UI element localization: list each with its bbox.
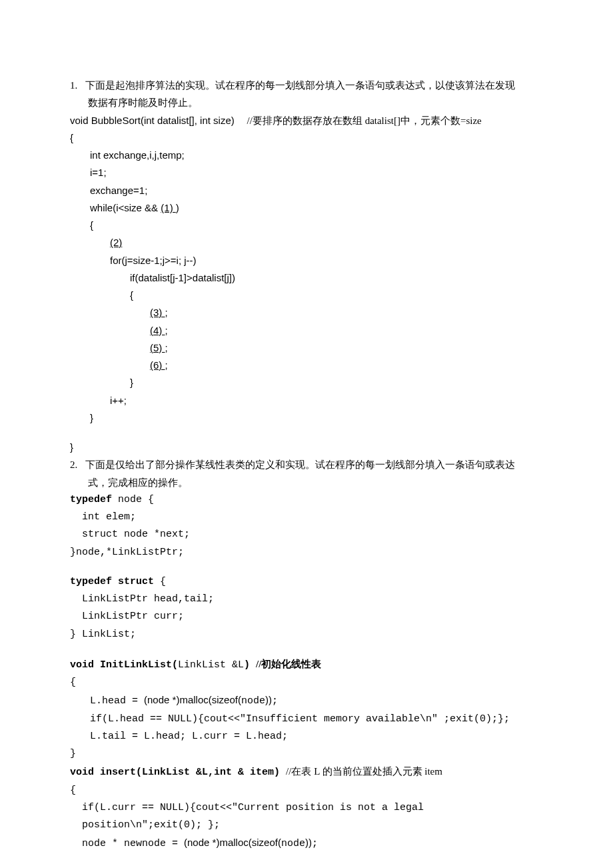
q2-init-l1a: L.head = xyxy=(90,695,144,707)
q2-init-l1e: ; xyxy=(272,695,278,707)
q2-ins-sig: void insert(LinkList &L,int & item) xyxy=(70,767,280,778)
q1-if-brace-close: } xyxy=(70,374,546,391)
q2-init-sig-c: ) xyxy=(244,659,250,671)
q2-ins-l1: if(L.curr == NULL){cout<<"Current positi… xyxy=(70,799,546,835)
q2-ins-l2b: (node *)malloc(sizeof( xyxy=(184,837,281,848)
q1-assign-i: i=1; xyxy=(70,164,546,181)
spacer xyxy=(70,643,546,655)
q2-init-open: { xyxy=(70,674,546,691)
q1-if: if(datalist[j-1]>datalist[j]) xyxy=(70,269,546,287)
q1-semi-6: ; xyxy=(165,359,168,371)
q2-ins-l2c: node xyxy=(281,838,305,849)
q1-semi-5: ; xyxy=(165,342,168,353)
q1-semi-4: ; xyxy=(165,325,168,336)
spacer xyxy=(70,427,546,439)
q2-typedef2-headtail: LinkListPtr head,tail; xyxy=(70,591,546,608)
q1-brace-close: } xyxy=(70,439,546,456)
q2-typedef2-tail: { xyxy=(154,576,166,587)
q1-while-brace-close: } xyxy=(70,409,546,427)
q1-number: 1. xyxy=(70,77,85,94)
q1-blank-3: (3) xyxy=(150,307,165,318)
q1-assign-exchange: exchange=1; xyxy=(70,182,546,199)
q1-decl: int exchange,i,j,temp; xyxy=(70,147,546,164)
q2-init-l2: if(L.head == NULL){cout<<"Insufficient m… xyxy=(70,711,546,728)
q1-func-comment: //要排序的数据存放在数组 datalist[]中，元素个数=size xyxy=(247,115,482,126)
q2-text-line2: 式，完成相应的操作。 xyxy=(70,474,546,491)
q1-while-pre: while(i<size && xyxy=(90,202,161,213)
q2-typedef1-close: }node,*LinkListPtr; xyxy=(70,544,546,561)
q2-typedef1-kw: typedef xyxy=(70,494,112,505)
q1-text-line1: 下面是起泡排序算法的实现。试在程序的每一划线部分填入一条语句或表达式，以使该算法… xyxy=(85,80,515,91)
q2-init-sig-a: void InitLinkList( xyxy=(70,659,178,671)
q1-blank-1: (1) xyxy=(161,202,176,213)
q2-typedef2-kw: typedef struct xyxy=(70,576,154,587)
q1-text-line2: 数据有序时能及时停止。 xyxy=(70,94,546,111)
q1-while-post: ) xyxy=(176,202,179,213)
q1-blank-4: (4) xyxy=(150,325,165,336)
spacer xyxy=(70,561,546,573)
q1-brace-open: { xyxy=(70,129,546,147)
q2-ins-open: { xyxy=(70,782,546,799)
q2-typedef1-tail: node { xyxy=(112,494,154,505)
q2-typedef1-elem: int elem; xyxy=(70,509,546,526)
q2-typedef2-curr: LinkListPtr curr; xyxy=(70,608,546,625)
q2-init-close: } xyxy=(70,745,546,763)
q1-while-brace-open: { xyxy=(70,217,546,234)
q2-init-l1c: node xyxy=(241,695,265,707)
question-2: 2.下面是仅给出了部分操作某线性表类的定义和实现。试在程序的每一划线部分填入一条… xyxy=(70,456,546,853)
q2-text-line1: 下面是仅给出了部分操作某线性表类的定义和实现。试在程序的每一划线部分填入一条语句… xyxy=(85,459,515,470)
q1-semi-3: ; xyxy=(165,307,168,318)
q1-inc: i++; xyxy=(70,392,546,409)
q1-blank-2: (2) xyxy=(110,237,122,248)
q2-init-l3: L.tail = L.head; L.curr = L.head; xyxy=(70,728,546,745)
q2-typedef1-next: struct node *next; xyxy=(70,526,546,543)
q2-number: 2. xyxy=(70,456,85,473)
question-1: 1.下面是起泡排序算法的实现。试在程序的每一划线部分填入一条语句或表达式，以使该… xyxy=(70,77,546,456)
q2-ins-l2e: ; xyxy=(312,838,318,849)
q2-ins-l2d: )) xyxy=(305,837,312,848)
q1-for: for(j=size-1;j>=i; j--) xyxy=(70,252,546,269)
q2-init-l1b: (node *)malloc(sizeof( xyxy=(144,694,241,705)
q2-typedef2-close: } LinkList; xyxy=(70,626,546,643)
q2-init-l1d: )) xyxy=(265,694,272,705)
q1-blank-6: (6) xyxy=(150,359,165,371)
q2-init-sig-b: LinkList &L xyxy=(178,659,244,671)
q2-init-comment: //初始化线性表 xyxy=(256,659,321,669)
q2-ins-comment: //在表 L 的当前位置处插入元素 item xyxy=(286,766,442,777)
q1-if-brace-open: { xyxy=(70,287,546,304)
q1-func-sig: void BubbleSort(int datalist[], int size… xyxy=(70,115,235,126)
q1-blank-5: (5) xyxy=(150,342,165,353)
q2-ins-l2a: node * newnode = xyxy=(82,838,184,849)
